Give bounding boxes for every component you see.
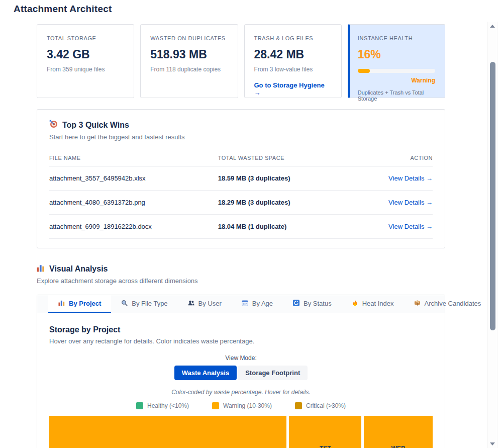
tab-by-file-type[interactable]: By File Type	[111, 295, 177, 313]
quick-wins-table: FILE NAME TOTAL WASTED SPACE ACTION atta…	[49, 149, 433, 239]
bar-chart-icon	[37, 264, 45, 274]
warning-swatch	[212, 402, 219, 409]
view-details-link[interactable]: View Details →	[388, 199, 433, 206]
treemap-rect-web[interactable]: WEB 29% waste	[364, 416, 433, 448]
view-details-link[interactable]: View Details →	[388, 223, 433, 230]
bar-chart-icon	[58, 300, 65, 308]
file-name-cell: attachment_3557_6495942b.xlsx	[49, 166, 218, 191]
vertical-scrollbar[interactable]	[487, 22, 497, 448]
treemap-rect-tst[interactable]: TST 13% waste	[289, 416, 361, 448]
panel-subtitle: Hover over any rectangle for details. Co…	[49, 337, 433, 345]
tab-archive-candidates[interactable]: Archive Candidates	[404, 295, 491, 313]
main-content: TOTAL STORAGE 3.42 GB From 359 unique fi…	[37, 24, 445, 448]
stat-subtext: From 359 unique files	[47, 66, 124, 73]
scroll-down-icon[interactable]	[490, 442, 495, 445]
treemap-rect-large[interactable]	[49, 416, 286, 448]
legend-item-critical: Critical (>30%)	[295, 402, 346, 409]
treemap-project-label: WEB	[364, 445, 433, 448]
target-icon	[49, 120, 58, 130]
stat-cards-row: TOTAL STORAGE 3.42 GB From 359 unique fi…	[37, 24, 445, 98]
storage-footprint-button[interactable]: Storage Footprint	[238, 366, 308, 380]
tab-by-age[interactable]: By Age	[232, 295, 283, 313]
visual-analysis-subtitle: Explore attachment storage across differ…	[37, 277, 445, 285]
tab-label: By User	[198, 300, 222, 307]
wasted-space-cell: 18.04 MB (1 duplicate)	[218, 215, 356, 239]
visual-analysis-title: Visual Analysis	[49, 264, 108, 274]
treemap-legend: Healthy (<10%) Warning (10-30%) Critical…	[49, 402, 433, 409]
legend-label: Healthy (<10%)	[147, 402, 189, 409]
waste-analysis-button[interactable]: Waste Analysis	[174, 366, 237, 380]
health-status-badge: Warning	[358, 77, 435, 84]
wasted-space-cell: 18.59 MB (3 duplicates)	[218, 166, 356, 191]
legend-label: Warning (10-30%)	[223, 402, 272, 409]
health-progress-fill	[358, 69, 370, 73]
quick-wins-subtitle: Start here to get the biggest and fastes…	[49, 133, 433, 141]
column-header-wasted-space: TOTAL WASTED SPACE	[218, 149, 356, 166]
tab-label: By Age	[252, 300, 273, 307]
stat-label: WASTED ON DUPLICATES	[150, 35, 228, 41]
analysis-tab-strip: By Project By File Type	[37, 295, 445, 313]
flame-icon	[352, 300, 358, 308]
scroll-up-icon[interactable]	[490, 25, 495, 28]
calendar-icon	[242, 300, 248, 308]
treemap-caption: Color-coded by waste percentage. Hover f…	[49, 389, 433, 396]
instance-health-card: INSTANCE HEALTH 16% Warning Duplicates +…	[348, 24, 445, 98]
stat-value: 3.42 GB	[47, 48, 124, 61]
tab-by-project[interactable]: By Project	[48, 295, 111, 313]
quick-wins-card: Top 3 Quick Wins Start here to get the b…	[37, 109, 445, 248]
table-row: attachment_6909_18916222b.docx 18.04 MB …	[49, 215, 433, 239]
total-storage-card: TOTAL STORAGE 3.42 GB From 359 unique fi…	[37, 24, 134, 98]
project-treemap: TST 13% waste WEB 29% waste	[49, 416, 433, 448]
legend-item-warning: Warning (10-30%)	[212, 402, 272, 409]
wasted-duplicates-card: WASTED ON DUPLICATES 518.93 MB From 118 …	[140, 24, 238, 98]
visual-analysis-card: By Project By File Type	[37, 295, 445, 448]
legend-item-healthy: Healthy (<10%)	[136, 402, 189, 409]
stat-label: TRASH & LOG FILES	[254, 35, 332, 41]
tab-heat-index[interactable]: Heat Index	[342, 295, 404, 313]
stat-subtext: From 3 low-value files	[254, 66, 332, 73]
tab-label: Heat Index	[362, 300, 394, 307]
file-name-cell: attachment_4080_6391372b.png	[49, 191, 218, 215]
tab-by-status[interactable]: By Status	[283, 295, 342, 313]
health-progress-track	[358, 69, 435, 73]
tab-label: By Status	[304, 300, 332, 307]
stat-subtext: From 118 duplicate copies	[150, 66, 228, 73]
view-mode-label: View Mode:	[49, 354, 433, 362]
scrollbar-thumb[interactable]	[490, 62, 495, 330]
tab-label: By Project	[69, 300, 101, 307]
tab-by-user[interactable]: By User	[178, 295, 232, 313]
storage-hygiene-link[interactable]: Go to Storage Hygiene →	[254, 81, 332, 97]
tab-label: Archive Candidates	[425, 300, 481, 307]
users-icon	[188, 300, 194, 308]
trash-log-card: TRASH & LOG FILES 28.42 MB From 3 low-va…	[244, 24, 342, 98]
magnifier-icon	[121, 300, 128, 308]
sync-icon	[293, 300, 299, 308]
table-row: attachment_3557_6495942b.xlsx 18.59 MB (…	[49, 166, 433, 191]
stat-label: TOTAL STORAGE	[47, 35, 124, 41]
column-header-action: ACTION	[356, 149, 433, 166]
table-row: attachment_4080_6391372b.png 18.29 MB (3…	[49, 191, 433, 215]
view-mode-toggle: Waste Analysis Storage Footprint	[49, 366, 433, 380]
stat-subtext: Duplicates + Trash vs Total Storage	[358, 89, 435, 102]
quick-wins-title: Top 3 Quick Wins	[62, 121, 129, 130]
stat-value: 518.93 MB	[150, 48, 228, 61]
page-title: Attachment Architect	[14, 4, 502, 15]
package-icon	[414, 300, 421, 308]
stat-label: INSTANCE HEALTH	[358, 35, 435, 41]
health-percent-value: 16%	[358, 48, 435, 61]
tab-label: By File Type	[132, 300, 167, 307]
wasted-space-cell: 18.29 MB (3 duplicates)	[218, 191, 356, 215]
visual-analysis-header: Visual Analysis Explore attachment stora…	[37, 264, 445, 285]
healthy-swatch	[136, 402, 143, 409]
treemap-project-label: TST	[289, 445, 361, 448]
storage-by-project-panel: Storage by Project Hover over any rectan…	[37, 313, 445, 448]
stat-value: 28.42 MB	[254, 48, 332, 61]
legend-label: Critical (>30%)	[306, 402, 346, 409]
file-name-cell: attachment_6909_18916222b.docx	[49, 215, 218, 239]
view-details-link[interactable]: View Details →	[388, 174, 433, 182]
column-header-file-name: FILE NAME	[49, 149, 218, 166]
panel-title: Storage by Project	[49, 325, 433, 334]
critical-swatch	[295, 402, 302, 409]
